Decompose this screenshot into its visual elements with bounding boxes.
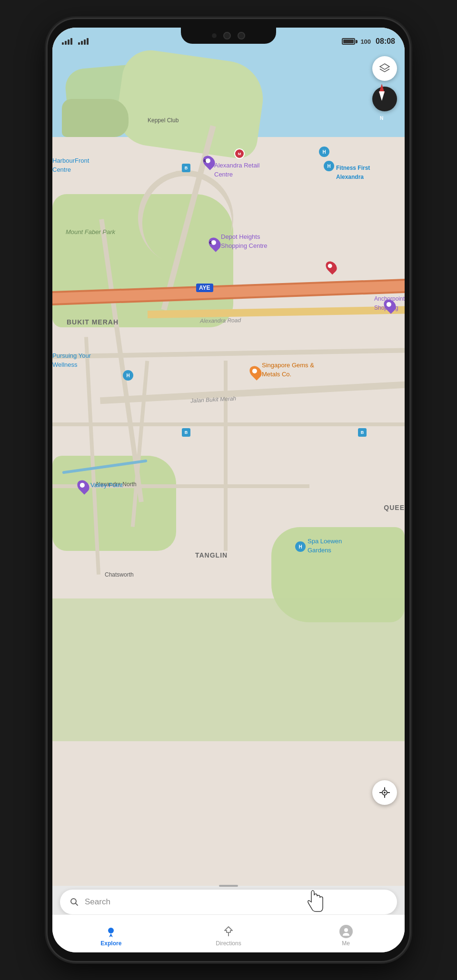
search-bar[interactable]: Search bbox=[60, 890, 397, 914]
road-v3 bbox=[224, 361, 228, 551]
pin-red-top[interactable] bbox=[327, 261, 336, 273]
layers-icon bbox=[378, 62, 391, 75]
signal-bar bbox=[68, 39, 70, 45]
bus-stop-3: B bbox=[358, 428, 367, 437]
bottom-nav: Explore Directions Me bbox=[52, 914, 405, 952]
status-right: 100 08:08 bbox=[342, 37, 395, 46]
pin-gym-top[interactable]: H bbox=[319, 147, 329, 157]
search-placeholder: Search bbox=[85, 897, 110, 907]
pin-red-icon bbox=[324, 259, 339, 275]
signal-bars-1 bbox=[62, 38, 72, 45]
phone-screen: 100 08:08 bbox=[52, 28, 405, 952]
directions-icon bbox=[222, 925, 235, 938]
compass-button[interactable]: N bbox=[372, 87, 397, 111]
nav-explore-label: Explore bbox=[100, 940, 121, 947]
keppel-land bbox=[62, 99, 129, 137]
signal-bar bbox=[65, 41, 67, 45]
svg-point-9 bbox=[108, 928, 114, 933]
harbourfront-label: HarbourFrontCentre bbox=[52, 156, 89, 174]
notch-sensor bbox=[212, 33, 217, 38]
pin-anchorpoint[interactable] bbox=[385, 299, 395, 312]
road-horiz-3 bbox=[52, 484, 309, 488]
aye-road-badge: AYE bbox=[196, 284, 213, 292]
time-display: 08:08 bbox=[376, 37, 395, 46]
my-location-button[interactable] bbox=[372, 780, 397, 805]
queens-label: QUEE bbox=[384, 503, 405, 512]
road-horiz-2 bbox=[52, 422, 405, 426]
mrt-station: M bbox=[234, 148, 245, 159]
pin-singapore-gems[interactable] bbox=[250, 365, 261, 379]
notch-camera bbox=[223, 32, 231, 39]
pin-spa-icon: H bbox=[295, 541, 306, 552]
pin-fitness-icon: H bbox=[324, 161, 334, 171]
nav-explore[interactable]: Explore bbox=[52, 921, 170, 947]
pin-depot-heights[interactable]: 🛍 bbox=[209, 237, 220, 250]
notch bbox=[181, 28, 276, 44]
svg-marker-0 bbox=[380, 64, 389, 69]
svg-point-11 bbox=[344, 928, 348, 932]
nav-me[interactable]: Me bbox=[287, 921, 405, 947]
signal-bars-2 bbox=[78, 38, 89, 45]
bottom-sheet-handle bbox=[219, 885, 238, 887]
pin-gems-icon bbox=[247, 363, 264, 380]
pin-pursuing-icon: H bbox=[123, 370, 133, 381]
tanglin-label: TANGLIN bbox=[195, 551, 228, 559]
signal-bar bbox=[62, 42, 64, 45]
pin-alexandra-retail[interactable]: 🛍 bbox=[204, 155, 214, 168]
compass-n-label: N bbox=[380, 116, 383, 121]
signal-bar bbox=[87, 38, 89, 45]
label-singapore-gems: Singapore Gems &Metals Co. bbox=[262, 361, 314, 379]
signal-bar bbox=[81, 41, 83, 45]
compass-south bbox=[379, 91, 385, 101]
explore-icon bbox=[104, 925, 118, 938]
phone-frame: 100 08:08 bbox=[48, 19, 409, 961]
road-horiz-1 bbox=[52, 348, 405, 359]
me-avatar bbox=[339, 925, 353, 938]
map-area[interactable]: AYE Keppel Club Mount Faber Park BUKIT M… bbox=[52, 28, 405, 886]
nav-directions[interactable]: Directions bbox=[170, 921, 288, 947]
label-fitness-first: Fitness FirstAlexandra bbox=[336, 163, 370, 181]
battery-percent: 100 bbox=[360, 38, 371, 45]
battery-fill bbox=[343, 39, 354, 43]
pin-spa-loewen[interactable]: H bbox=[295, 541, 306, 552]
bus-stop-1: B bbox=[182, 164, 190, 172]
nav-directions-label: Directions bbox=[216, 940, 241, 947]
pin-gym-top-icon: H bbox=[319, 147, 329, 157]
pin-fitness-first[interactable]: H bbox=[324, 161, 334, 171]
map-green-6 bbox=[52, 598, 405, 741]
nav-me-label: Me bbox=[342, 940, 350, 947]
battery-icon bbox=[342, 38, 358, 45]
svg-point-2 bbox=[384, 792, 386, 794]
bus-stop-2: B bbox=[182, 428, 190, 437]
search-icon bbox=[70, 897, 79, 907]
battery-tip bbox=[356, 40, 358, 43]
label-alexandra-retail: Alexandra RetailCentre bbox=[214, 161, 259, 179]
location-icon bbox=[378, 786, 391, 799]
signal-bar bbox=[70, 38, 72, 45]
status-left bbox=[62, 38, 119, 45]
pin-pursuing[interactable]: H bbox=[123, 370, 133, 381]
person-icon bbox=[342, 927, 350, 936]
svg-line-8 bbox=[76, 903, 78, 906]
map-layers-button[interactable] bbox=[372, 56, 397, 81]
compass-needle: N bbox=[382, 91, 387, 107]
battery-body bbox=[342, 38, 355, 45]
notch-camera-2 bbox=[238, 32, 245, 39]
pin-valley-point[interactable] bbox=[78, 480, 89, 493]
signal-bar bbox=[78, 42, 80, 45]
signal-bar bbox=[84, 39, 86, 45]
chatsworth-label: Chatsworth bbox=[105, 570, 134, 578]
